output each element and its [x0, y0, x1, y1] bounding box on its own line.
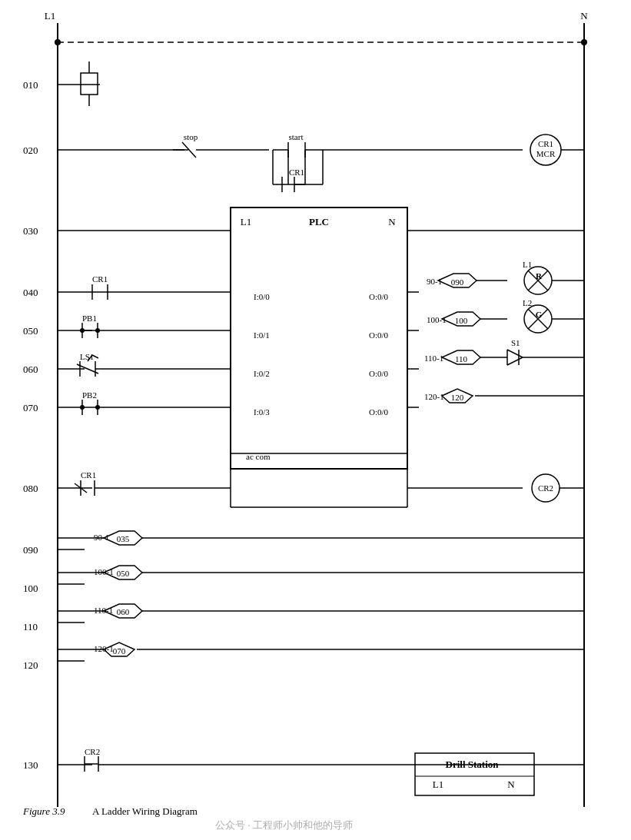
plc-n: N — [388, 216, 396, 227]
diagram-container: text { font-family: 'Times New Roman', T… — [0, 0, 631, 840]
plc-l1: L1 — [241, 216, 251, 227]
cr2-130-label: CR2 — [85, 747, 100, 756]
label-90-1b: 90-1 — [94, 533, 109, 542]
ds-n: N — [507, 779, 515, 790]
rung-020: 020 — [23, 144, 38, 156]
label-120-1-out: 120-1 — [424, 392, 444, 401]
drill-station-label: Drill Station — [446, 759, 500, 770]
svg-point-3 — [55, 39, 61, 45]
t050-label: 050 — [117, 569, 130, 578]
n-label: N — [580, 10, 588, 22]
ls1-label: LS1 — [80, 352, 94, 361]
o00-1-label: O:0/0 — [369, 292, 389, 301]
cr2-coil-label: CR2 — [538, 483, 553, 493]
rung-040: 040 — [23, 287, 38, 298]
svg-rect-6 — [81, 73, 98, 95]
rung-100: 100 — [23, 583, 38, 594]
io01-label: I:0/1 — [254, 330, 270, 340]
l1-lamp-label: L1 — [523, 260, 532, 269]
t090-label: 090 — [451, 277, 464, 287]
rung-070: 070 — [23, 402, 38, 413]
rung-060: 060 — [23, 364, 38, 375]
label-120-1b: 120-1 — [94, 644, 114, 653]
t100-label: 100 — [455, 316, 468, 325]
cr1-80-label: CR1 — [81, 470, 96, 480]
stop-label: stop — [184, 132, 198, 141]
pb2-label: PB2 — [82, 390, 97, 400]
plc-label: PLC — [309, 216, 329, 227]
rung-080: 080 — [23, 483, 38, 494]
s1-label: S1 — [511, 338, 520, 347]
io00-label: I:0/0 — [254, 292, 270, 301]
rung-130: 130 — [23, 759, 38, 771]
l2-lamp-label: L2 — [523, 298, 532, 307]
t070-label: 070 — [113, 646, 126, 656]
figure-label: Figure 3.9 — [22, 805, 65, 817]
o00-4-label: O:0/0 — [369, 407, 389, 417]
rung-120: 120 — [23, 659, 38, 671]
cr1-parallel-label: CR1 — [289, 168, 304, 177]
label-110-1-out: 110-1 — [424, 354, 443, 363]
t035-label: 035 — [117, 534, 130, 543]
o00-2-label: O:0/0 — [369, 330, 389, 340]
t110-label: 110 — [455, 354, 468, 364]
io02-label: I:0/2 — [254, 369, 270, 378]
cr1-coil-label: CR1 — [538, 139, 553, 148]
rung-110: 110 — [23, 621, 38, 632]
start-label: start — [289, 132, 304, 141]
rung-050: 050 — [23, 325, 38, 337]
rung-010: 010 — [23, 79, 38, 91]
r-lamp-label: R — [536, 271, 543, 281]
caption-label: A Ladder Wiring Diagram — [92, 805, 198, 817]
g-lamp-label: G — [536, 310, 543, 319]
svg-point-4 — [581, 39, 587, 45]
rung-090: 090 — [23, 544, 38, 556]
cr1-40-label: CR1 — [92, 274, 108, 284]
o00-3-label: O:0/0 — [369, 369, 389, 378]
t060-label: 060 — [117, 607, 130, 616]
mcr-label: MCR — [536, 149, 556, 158]
l1-label: L1 — [45, 10, 55, 22]
watermark: 公众号 · 工程师小帅和他的导师 — [215, 819, 353, 831]
pb1-label: PB1 — [82, 314, 97, 323]
t120-label: 120 — [451, 393, 464, 402]
svg-line-80 — [507, 357, 523, 365]
io03-label: I:0/3 — [254, 407, 270, 417]
ds-l1: L1 — [433, 779, 443, 790]
rung-030: 030 — [23, 225, 38, 237]
svg-line-79 — [507, 350, 523, 357]
